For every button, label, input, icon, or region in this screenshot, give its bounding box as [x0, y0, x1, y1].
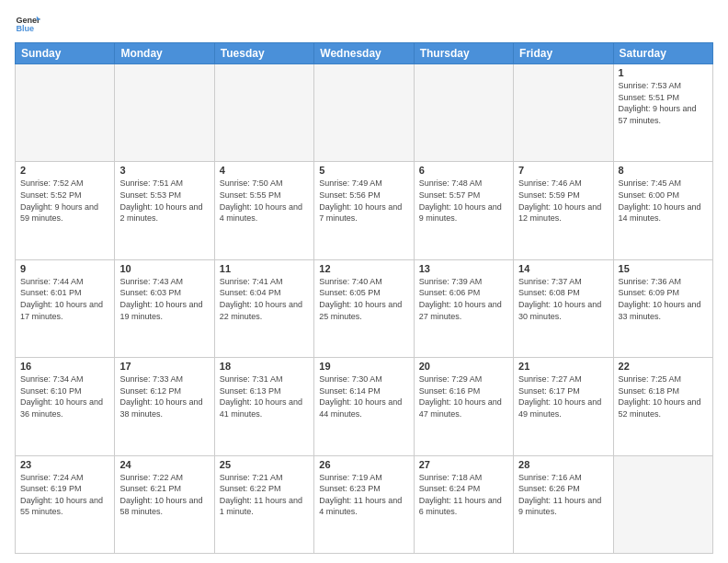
svg-text:Blue: Blue	[16, 24, 34, 33]
day-info: Sunrise: 7:19 AM Sunset: 6:23 PM Dayligh…	[319, 472, 408, 518]
calendar-table: Sunday Monday Tuesday Wednesday Thursday…	[15, 42, 713, 554]
day-number: 25	[220, 459, 309, 470]
day-number: 21	[518, 361, 608, 372]
week-row-4: 23Sunrise: 7:24 AM Sunset: 6:19 PM Dayli…	[16, 455, 713, 553]
day-cell: 3Sunrise: 7:51 AM Sunset: 5:53 PM Daylig…	[115, 162, 214, 259]
day-number: 17	[119, 361, 209, 372]
day-number: 9	[20, 263, 109, 274]
day-info: Sunrise: 7:51 AM Sunset: 5:53 PM Dayligh…	[119, 178, 209, 224]
day-info: Sunrise: 7:48 AM Sunset: 5:57 PM Dayligh…	[419, 178, 508, 224]
day-number: 3	[119, 165, 209, 176]
day-cell: 11Sunrise: 7:41 AM Sunset: 6:04 PM Dayli…	[214, 259, 313, 357]
day-number: 23	[20, 459, 109, 470]
day-cell	[613, 455, 712, 553]
day-cell: 7Sunrise: 7:46 AM Sunset: 5:59 PM Daylig…	[514, 162, 613, 259]
th-thursday: Thursday	[414, 43, 513, 64]
day-info: Sunrise: 7:34 AM Sunset: 6:10 PM Dayligh…	[20, 373, 109, 419]
th-sunday: Sunday	[16, 43, 115, 64]
day-info: Sunrise: 7:27 AM Sunset: 6:17 PM Dayligh…	[518, 373, 608, 419]
day-info: Sunrise: 7:37 AM Sunset: 6:08 PM Dayligh…	[518, 276, 608, 322]
day-cell: 26Sunrise: 7:19 AM Sunset: 6:23 PM Dayli…	[314, 455, 414, 553]
day-cell: 2Sunrise: 7:52 AM Sunset: 5:52 PM Daylig…	[16, 162, 115, 259]
day-cell: 23Sunrise: 7:24 AM Sunset: 6:19 PM Dayli…	[16, 455, 115, 553]
day-info: Sunrise: 7:53 AM Sunset: 5:51 PM Dayligh…	[619, 80, 708, 126]
day-number: 28	[518, 459, 608, 470]
day-cell	[16, 64, 115, 162]
day-info: Sunrise: 7:33 AM Sunset: 6:12 PM Dayligh…	[119, 373, 209, 419]
day-info: Sunrise: 7:36 AM Sunset: 6:09 PM Dayligh…	[619, 276, 708, 322]
day-number: 20	[419, 361, 508, 372]
day-info: Sunrise: 7:44 AM Sunset: 6:01 PM Dayligh…	[20, 276, 109, 322]
day-cell: 16Sunrise: 7:34 AM Sunset: 6:10 PM Dayli…	[16, 358, 115, 455]
day-cell: 25Sunrise: 7:21 AM Sunset: 6:22 PM Dayli…	[214, 455, 313, 553]
logo: General Blue	[15, 11, 40, 37]
day-cell: 6Sunrise: 7:48 AM Sunset: 5:57 PM Daylig…	[414, 162, 513, 259]
logo-icon: General Blue	[15, 11, 40, 37]
th-saturday: Saturday	[613, 43, 712, 64]
day-number: 11	[220, 263, 309, 274]
day-info: Sunrise: 7:50 AM Sunset: 5:55 PM Dayligh…	[220, 178, 309, 224]
day-info: Sunrise: 7:46 AM Sunset: 5:59 PM Dayligh…	[518, 178, 608, 224]
day-info: Sunrise: 7:41 AM Sunset: 6:04 PM Dayligh…	[220, 276, 309, 322]
day-cell: 24Sunrise: 7:22 AM Sunset: 6:21 PM Dayli…	[115, 455, 214, 553]
th-monday: Monday	[115, 43, 214, 64]
day-number: 15	[619, 263, 708, 274]
day-cell: 19Sunrise: 7:30 AM Sunset: 6:14 PM Dayli…	[314, 358, 414, 455]
day-info: Sunrise: 7:22 AM Sunset: 6:21 PM Dayligh…	[119, 472, 209, 518]
day-cell: 27Sunrise: 7:18 AM Sunset: 6:24 PM Dayli…	[414, 455, 513, 553]
day-info: Sunrise: 7:39 AM Sunset: 6:06 PM Dayligh…	[419, 276, 508, 322]
day-info: Sunrise: 7:25 AM Sunset: 6:18 PM Dayligh…	[619, 373, 708, 419]
day-info: Sunrise: 7:49 AM Sunset: 5:56 PM Dayligh…	[319, 178, 408, 224]
day-info: Sunrise: 7:31 AM Sunset: 6:13 PM Dayligh…	[220, 373, 309, 419]
day-cell: 22Sunrise: 7:25 AM Sunset: 6:18 PM Dayli…	[613, 358, 712, 455]
day-number: 2	[20, 165, 109, 176]
day-cell: 13Sunrise: 7:39 AM Sunset: 6:06 PM Dayli…	[414, 259, 513, 357]
page: General Blue Sunday Monday Tuesday Wedne…	[0, 0, 728, 563]
day-number: 4	[220, 165, 309, 176]
day-cell: 1Sunrise: 7:53 AM Sunset: 5:51 PM Daylig…	[613, 64, 712, 162]
day-number: 1	[619, 67, 708, 78]
day-number: 26	[319, 459, 408, 470]
day-info: Sunrise: 7:30 AM Sunset: 6:14 PM Dayligh…	[319, 373, 408, 419]
header: General Blue	[15, 11, 713, 37]
day-number: 27	[419, 459, 508, 470]
day-info: Sunrise: 7:43 AM Sunset: 6:03 PM Dayligh…	[119, 276, 209, 322]
day-cell: 5Sunrise: 7:49 AM Sunset: 5:56 PM Daylig…	[314, 162, 414, 259]
day-cell: 18Sunrise: 7:31 AM Sunset: 6:13 PM Dayli…	[214, 358, 313, 455]
th-friday: Friday	[514, 43, 613, 64]
day-cell	[314, 64, 414, 162]
day-cell: 9Sunrise: 7:44 AM Sunset: 6:01 PM Daylig…	[16, 259, 115, 357]
week-row-0: 1Sunrise: 7:53 AM Sunset: 5:51 PM Daylig…	[16, 64, 713, 162]
th-wednesday: Wednesday	[314, 43, 414, 64]
day-info: Sunrise: 7:18 AM Sunset: 6:24 PM Dayligh…	[419, 472, 508, 518]
day-cell: 21Sunrise: 7:27 AM Sunset: 6:17 PM Dayli…	[514, 358, 613, 455]
day-cell	[115, 64, 214, 162]
week-row-1: 2Sunrise: 7:52 AM Sunset: 5:52 PM Daylig…	[16, 162, 713, 259]
week-row-3: 16Sunrise: 7:34 AM Sunset: 6:10 PM Dayli…	[16, 358, 713, 455]
day-number: 18	[220, 361, 309, 372]
day-number: 12	[319, 263, 408, 274]
day-cell: 15Sunrise: 7:36 AM Sunset: 6:09 PM Dayli…	[613, 259, 712, 357]
calendar-body: 1Sunrise: 7:53 AM Sunset: 5:51 PM Daylig…	[16, 64, 713, 554]
day-number: 7	[518, 165, 608, 176]
day-number: 5	[319, 165, 408, 176]
day-number: 19	[319, 361, 408, 372]
day-number: 24	[119, 459, 209, 470]
day-number: 14	[518, 263, 608, 274]
day-cell: 12Sunrise: 7:40 AM Sunset: 6:05 PM Dayli…	[314, 259, 414, 357]
day-cell	[414, 64, 513, 162]
day-info: Sunrise: 7:16 AM Sunset: 6:26 PM Dayligh…	[518, 472, 608, 518]
day-cell: 20Sunrise: 7:29 AM Sunset: 6:16 PM Dayli…	[414, 358, 513, 455]
day-number: 6	[419, 165, 508, 176]
day-info: Sunrise: 7:45 AM Sunset: 6:00 PM Dayligh…	[619, 178, 708, 224]
week-row-2: 9Sunrise: 7:44 AM Sunset: 6:01 PM Daylig…	[16, 259, 713, 357]
day-number: 16	[20, 361, 109, 372]
header-row: Sunday Monday Tuesday Wednesday Thursday…	[16, 43, 713, 64]
day-info: Sunrise: 7:29 AM Sunset: 6:16 PM Dayligh…	[419, 373, 508, 419]
day-cell: 14Sunrise: 7:37 AM Sunset: 6:08 PM Dayli…	[514, 259, 613, 357]
th-tuesday: Tuesday	[214, 43, 313, 64]
day-number: 8	[619, 165, 708, 176]
day-info: Sunrise: 7:21 AM Sunset: 6:22 PM Dayligh…	[220, 472, 309, 518]
day-cell	[214, 64, 313, 162]
day-info: Sunrise: 7:24 AM Sunset: 6:19 PM Dayligh…	[20, 472, 109, 518]
